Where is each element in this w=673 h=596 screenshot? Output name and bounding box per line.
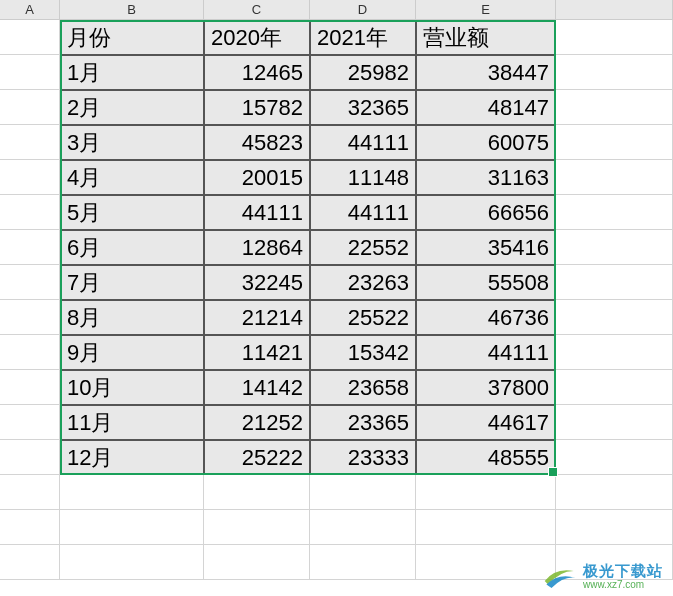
cell[interactable]: [556, 160, 673, 195]
cell-header-2021[interactable]: 2021年: [310, 20, 416, 55]
cell[interactable]: 44617: [416, 405, 556, 440]
cell-header-month[interactable]: 月份: [60, 20, 204, 55]
cell[interactable]: [0, 370, 60, 405]
cell[interactable]: 22552: [310, 230, 416, 265]
column-header-a[interactable]: A: [0, 0, 60, 19]
cell[interactable]: [416, 475, 556, 510]
cell[interactable]: 14142: [204, 370, 310, 405]
cell[interactable]: 2月: [60, 90, 204, 125]
cell[interactable]: [0, 125, 60, 160]
cell[interactable]: 32245: [204, 265, 310, 300]
cell[interactable]: 44111: [310, 125, 416, 160]
cell[interactable]: 60075: [416, 125, 556, 160]
cell[interactable]: 25222: [204, 440, 310, 475]
cell[interactable]: [0, 440, 60, 475]
cell[interactable]: [0, 160, 60, 195]
cell[interactable]: 3月: [60, 125, 204, 160]
cell[interactable]: 6月: [60, 230, 204, 265]
cell[interactable]: [556, 125, 673, 160]
cell[interactable]: [0, 55, 60, 90]
cell[interactable]: [0, 335, 60, 370]
cell[interactable]: [0, 230, 60, 265]
cell[interactable]: 9月: [60, 335, 204, 370]
cell[interactable]: [556, 90, 673, 125]
cell[interactable]: 44111: [416, 335, 556, 370]
cell[interactable]: [0, 195, 60, 230]
cell[interactable]: [0, 90, 60, 125]
cell[interactable]: 23263: [310, 265, 416, 300]
cell[interactable]: [0, 545, 60, 580]
cell[interactable]: [556, 300, 673, 335]
cell[interactable]: 12465: [204, 55, 310, 90]
cell[interactable]: [310, 475, 416, 510]
cell[interactable]: 20015: [204, 160, 310, 195]
cell[interactable]: 15782: [204, 90, 310, 125]
cell[interactable]: 8月: [60, 300, 204, 335]
cell[interactable]: [310, 510, 416, 545]
cell[interactable]: 21214: [204, 300, 310, 335]
cell[interactable]: [416, 510, 556, 545]
cell[interactable]: [0, 265, 60, 300]
cell[interactable]: 15342: [310, 335, 416, 370]
cell[interactable]: [556, 510, 673, 545]
cell[interactable]: [0, 20, 60, 55]
cell[interactable]: 45823: [204, 125, 310, 160]
cell[interactable]: 21252: [204, 405, 310, 440]
cell[interactable]: 25982: [310, 55, 416, 90]
cell[interactable]: 37800: [416, 370, 556, 405]
cell[interactable]: [556, 370, 673, 405]
cell[interactable]: 23365: [310, 405, 416, 440]
cell[interactable]: 31163: [416, 160, 556, 195]
cell[interactable]: 55508: [416, 265, 556, 300]
cell[interactable]: 66656: [416, 195, 556, 230]
cell[interactable]: [556, 195, 673, 230]
cell-header-revenue[interactable]: 营业额: [416, 20, 556, 55]
cell[interactable]: [310, 545, 416, 580]
cell[interactable]: 44111: [204, 195, 310, 230]
cell[interactable]: [416, 545, 556, 580]
cell[interactable]: [556, 405, 673, 440]
cell[interactable]: [556, 335, 673, 370]
cell[interactable]: 35416: [416, 230, 556, 265]
cell[interactable]: [556, 265, 673, 300]
cell[interactable]: [556, 20, 673, 55]
cell[interactable]: 5月: [60, 195, 204, 230]
column-header-d[interactable]: D: [310, 0, 416, 19]
column-header-e[interactable]: E: [416, 0, 556, 19]
column-header-c[interactable]: C: [204, 0, 310, 19]
cell[interactable]: 11148: [310, 160, 416, 195]
cell[interactable]: 12864: [204, 230, 310, 265]
cell[interactable]: 23658: [310, 370, 416, 405]
cell[interactable]: 11月: [60, 405, 204, 440]
cell[interactable]: [0, 475, 60, 510]
cell[interactable]: 7月: [60, 265, 204, 300]
cell[interactable]: [60, 475, 204, 510]
cell[interactable]: [60, 510, 204, 545]
cell[interactable]: 38447: [416, 55, 556, 90]
cell[interactable]: [204, 510, 310, 545]
cell[interactable]: 48147: [416, 90, 556, 125]
cell[interactable]: 32365: [310, 90, 416, 125]
cell[interactable]: [204, 545, 310, 580]
spreadsheet[interactable]: A B C D E 月份 2020年 2021年 营业额 1月 12465 25…: [0, 0, 673, 580]
cell[interactable]: [556, 55, 673, 90]
cell[interactable]: 11421: [204, 335, 310, 370]
column-header-b[interactable]: B: [60, 0, 204, 19]
cell[interactable]: 25522: [310, 300, 416, 335]
cell[interactable]: [556, 440, 673, 475]
cell[interactable]: 4月: [60, 160, 204, 195]
cell[interactable]: 12月: [60, 440, 204, 475]
cell[interactable]: [0, 405, 60, 440]
column-header-blank[interactable]: [556, 0, 673, 19]
cell[interactable]: 1月: [60, 55, 204, 90]
cell[interactable]: [60, 545, 204, 580]
cell-header-2020[interactable]: 2020年: [204, 20, 310, 55]
cell[interactable]: [0, 510, 60, 545]
cell[interactable]: [0, 300, 60, 335]
cell[interactable]: 44111: [310, 195, 416, 230]
cell[interactable]: [556, 475, 673, 510]
cell[interactable]: 46736: [416, 300, 556, 335]
cell[interactable]: [556, 230, 673, 265]
cell[interactable]: [204, 475, 310, 510]
cell[interactable]: 10月: [60, 370, 204, 405]
